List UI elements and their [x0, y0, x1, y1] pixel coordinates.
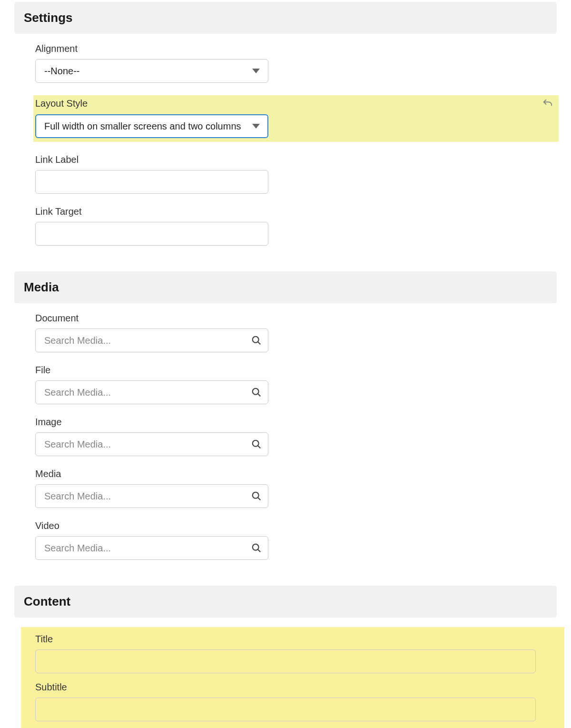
- link-target-label: Link Target: [35, 206, 557, 217]
- title-label: Title: [35, 634, 536, 645]
- subtitle-field: Subtitle: [35, 682, 536, 721]
- file-field: File: [35, 365, 557, 404]
- undo-button[interactable]: [541, 97, 554, 110]
- media-search-input[interactable]: [35, 484, 268, 508]
- document-search-input[interactable]: [35, 329, 268, 352]
- layout-style-select[interactable]: Full width on smaller screens and two co…: [35, 114, 268, 138]
- image-search-input[interactable]: [35, 432, 268, 456]
- document-field: Document: [35, 313, 557, 352]
- document-label: Document: [35, 313, 557, 324]
- content-header: Content: [14, 586, 557, 618]
- title-input[interactable]: [35, 649, 536, 673]
- alignment-select[interactable]: --None--: [35, 59, 268, 83]
- media-section: Media Document File: [14, 271, 557, 584]
- subtitle-label: Subtitle: [35, 682, 536, 693]
- undo-icon: [542, 98, 553, 109]
- layout-style-label: Layout Style: [35, 98, 88, 109]
- subtitle-input[interactable]: [35, 698, 536, 721]
- link-label-field: Link Label: [35, 154, 557, 194]
- alignment-label: Alignment: [35, 43, 557, 54]
- link-label-input[interactable]: [35, 170, 268, 194]
- file-label: File: [35, 365, 557, 376]
- title-field: Title: [35, 634, 536, 673]
- content-section: Content Title Subtitle Pull: [14, 586, 557, 728]
- layout-style-highlight: Layout Style Full width on smaller scree…: [33, 95, 559, 142]
- link-target-field: Link Target: [35, 206, 557, 246]
- video-field: Video: [35, 520, 557, 560]
- alignment-field: Alignment --None--: [35, 43, 557, 83]
- media-field: Media: [35, 469, 557, 508]
- settings-header: Settings: [14, 2, 557, 34]
- image-field: Image: [35, 417, 557, 456]
- video-search-input[interactable]: [35, 536, 268, 560]
- content-highlight-block: Title Subtitle: [21, 627, 564, 728]
- layout-style-field: Layout Style Full width on smaller scree…: [35, 97, 557, 138]
- media-label: Media: [35, 469, 557, 479]
- media-header: Media: [14, 271, 557, 303]
- settings-section: Settings Alignment --None-- Layout Style: [14, 2, 557, 269]
- link-label-label: Link Label: [35, 154, 557, 165]
- image-label: Image: [35, 417, 557, 428]
- link-target-input[interactable]: [35, 222, 268, 246]
- file-search-input[interactable]: [35, 380, 268, 404]
- video-label: Video: [35, 520, 557, 531]
